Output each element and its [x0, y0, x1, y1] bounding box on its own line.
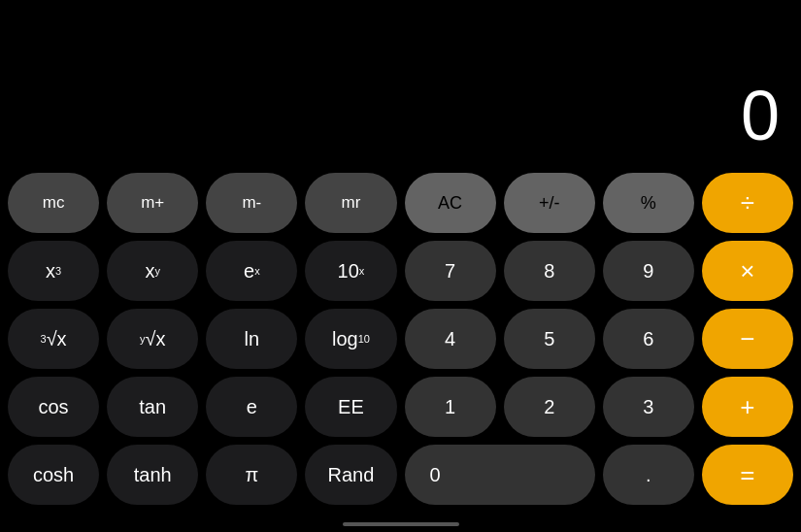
yrootx-button[interactable]: y√x — [107, 309, 198, 369]
5-button[interactable]: 5 — [504, 309, 595, 369]
ac-button[interactable]: AC — [405, 173, 496, 233]
tan-button[interactable]: tan — [107, 377, 198, 437]
cos-button[interactable]: cos — [8, 377, 99, 437]
button-grid: mcm+m-mrAC+/-%÷x3xyex10x789×3√xy√xlnlog1… — [0, 165, 801, 522]
0-button[interactable]: 0 — [405, 445, 595, 505]
equals-button[interactable]: = — [702, 445, 793, 505]
rand-button[interactable]: Rand — [305, 445, 396, 505]
9-button[interactable]: 9 — [603, 241, 694, 301]
subtract-button[interactable]: − — [702, 309, 793, 369]
percent-button[interactable]: % — [603, 173, 694, 233]
m-plus-button[interactable]: m+ — [107, 173, 198, 233]
4-button[interactable]: 4 — [405, 309, 496, 369]
m-minus-button[interactable]: m- — [206, 173, 297, 233]
xy-button[interactable]: xy — [107, 241, 198, 301]
divide-button[interactable]: ÷ — [702, 173, 793, 233]
ln-button[interactable]: ln — [206, 309, 297, 369]
tanh-button[interactable]: tanh — [107, 445, 198, 505]
10x-button[interactable]: 10x — [305, 241, 396, 301]
8-button[interactable]: 8 — [504, 241, 595, 301]
cbrt-button[interactable]: 3√x — [8, 309, 99, 369]
decimal-button[interactable]: . — [603, 445, 694, 505]
7-button[interactable]: 7 — [405, 241, 496, 301]
cosh-button[interactable]: cosh — [8, 445, 99, 505]
ex-button[interactable]: ex — [206, 241, 297, 301]
multiply-button[interactable]: × — [702, 241, 793, 301]
x3-button[interactable]: x3 — [8, 241, 99, 301]
plus-minus-button[interactable]: +/- — [504, 173, 595, 233]
e-button[interactable]: e — [206, 377, 297, 437]
3-button[interactable]: 3 — [603, 377, 694, 437]
home-indicator — [0, 522, 801, 532]
home-indicator-bar — [343, 522, 459, 526]
ee-button[interactable]: EE — [305, 377, 396, 437]
mr-button[interactable]: mr — [305, 173, 396, 233]
mc-button[interactable]: mc — [8, 173, 99, 233]
display-value: 0 — [741, 76, 778, 155]
display: 0 — [0, 0, 801, 165]
2-button[interactable]: 2 — [504, 377, 595, 437]
add-button[interactable]: + — [702, 377, 793, 437]
6-button[interactable]: 6 — [603, 309, 694, 369]
log10-button[interactable]: log10 — [305, 309, 396, 369]
1-button[interactable]: 1 — [405, 377, 496, 437]
pi-button[interactable]: π — [206, 445, 297, 505]
